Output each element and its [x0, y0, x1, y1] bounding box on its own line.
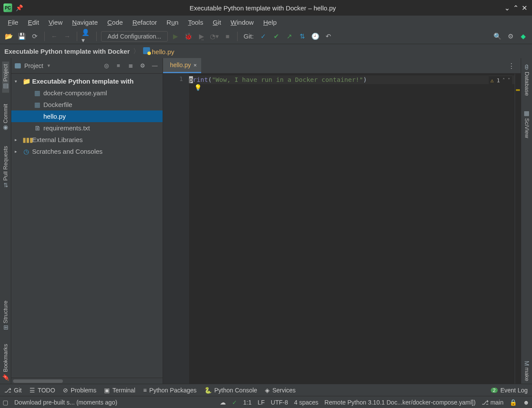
editor-v-scrollbar[interactable]	[515, 74, 521, 384]
status-lock-icon[interactable]: 🔒	[509, 399, 517, 406]
git-commit-icon[interactable]: ✔	[271, 31, 281, 42]
project-panel-title[interactable]: Project	[24, 62, 43, 69]
status-encoding[interactable]: UTF-8	[271, 399, 288, 406]
dock-bookmarks[interactable]: 🔖 Bookmarks	[2, 341, 9, 384]
prev-highlight-icon[interactable]: ˄	[503, 78, 505, 83]
menu-view[interactable]: View	[44, 17, 67, 28]
open-icon[interactable]: 📂	[3, 31, 14, 42]
collapse-all-icon[interactable]: ≣	[126, 62, 135, 69]
dock-pull-requests[interactable]: ⇄ Pull Requests	[2, 143, 9, 190]
tree-file-selected[interactable]: hello.py	[11, 110, 163, 122]
bottom-problems[interactable]: ⊘Problems	[63, 387, 96, 394]
code-editor[interactable]: 1 print("Wow, I have run in a Docker con…	[163, 74, 521, 384]
tree-file[interactable]: ▦ docker-compose.yaml	[11, 87, 163, 99]
stop-icon[interactable]: ■	[222, 31, 233, 42]
tree-root[interactable]: ▾ 📁 Executable Python template with	[11, 75, 163, 87]
error-stripe-mark[interactable]	[516, 89, 520, 91]
status-line-sep[interactable]: LF	[258, 399, 264, 406]
expand-arrow-icon[interactable]: ▸	[15, 149, 20, 154]
settings-icon[interactable]: ⚙	[505, 31, 516, 42]
expand-all-icon[interactable]: ≡	[114, 62, 123, 69]
project-tree[interactable]: ▾ 📁 Executable Python template with ▦ do…	[11, 74, 163, 378]
menu-tools[interactable]: Tools	[184, 17, 208, 28]
tree-external-libs[interactable]: ▸ ▮▮▮ External Libraries	[11, 134, 163, 146]
sync-icon[interactable]: ⟳	[29, 31, 40, 42]
code-line[interactable]: print("Wow, I have run in a Docker conta…	[189, 75, 515, 84]
menu-git[interactable]: Git	[209, 17, 225, 28]
status-tool-windows-icon[interactable]: ▢	[3, 399, 8, 406]
bottom-todo[interactable]: ☰TODO	[29, 387, 55, 394]
git-pull-icon[interactable]: ⇅	[297, 31, 307, 42]
tree-file[interactable]: ▦ Dockerfile	[11, 99, 163, 110]
project-view-dropdown[interactable]: ▼	[47, 63, 51, 68]
status-bg-tasks-icon[interactable]: ☁	[220, 399, 226, 406]
save-icon[interactable]: 💾	[16, 31, 27, 42]
menu-file[interactable]: File	[3, 17, 23, 28]
next-highlight-icon[interactable]: ˅	[508, 78, 510, 83]
menu-help[interactable]: Help	[259, 17, 281, 28]
back-icon[interactable]: ←	[49, 31, 59, 42]
minimize-button[interactable]: ⌄	[503, 4, 511, 12]
history-icon[interactable]: 🕘	[310, 31, 320, 42]
editor-inspection-widget[interactable]: ⚠ 1 ˄ ˅	[489, 76, 512, 84]
expand-arrow-icon[interactable]: ▸	[15, 137, 20, 142]
panel-settings-icon[interactable]: ⚙	[138, 62, 147, 69]
git-label: Git:	[244, 32, 254, 40]
status-interpreter[interactable]: Remote Python 3.10.1 Doc...ker/docker-co…	[324, 399, 476, 406]
close-tab-icon[interactable]: ×	[193, 62, 197, 68]
dock-make[interactable]: M make	[523, 358, 530, 384]
breadcrumb-root[interactable]: Executable Python template with Docker	[4, 48, 130, 55]
hide-panel-icon[interactable]: —	[150, 62, 159, 69]
profile-icon[interactable]: ◔▾	[209, 31, 220, 42]
bottom-event-log[interactable]: 2 Event Log	[491, 387, 528, 394]
breadcrumb-file[interactable]: hello.py	[143, 47, 174, 55]
status-ide-icon[interactable]: ☻	[523, 399, 529, 406]
scrollbar-thumb[interactable]	[13, 379, 63, 383]
ide-services-icon[interactable]: ◆	[518, 31, 529, 42]
tree-file[interactable]: 🗎 requirements.txt	[11, 122, 163, 134]
menu-edit[interactable]: Edit	[23, 17, 43, 28]
tree-h-scrollbar[interactable]	[11, 378, 163, 384]
menu-window[interactable]: Window	[226, 17, 258, 28]
maximize-button[interactable]: ⌃	[511, 4, 520, 12]
bottom-terminal[interactable]: ▣Terminal	[104, 387, 135, 394]
status-power-save-icon[interactable]: ✓	[232, 399, 237, 406]
expand-arrow-icon[interactable]: ▾	[15, 79, 20, 84]
dock-commit[interactable]: ◉ Commit	[2, 101, 9, 134]
status-git-branch[interactable]: ⎇main	[482, 399, 503, 406]
status-indent[interactable]: 4 spaces	[294, 399, 318, 406]
select-opened-file-icon[interactable]: ◎	[102, 62, 111, 69]
run-icon[interactable]: ▶	[170, 31, 181, 42]
gutter[interactable]: 1	[163, 74, 189, 384]
tree-scratches[interactable]: ▸ ◷ Scratches and Consoles	[11, 146, 163, 157]
tab-actions-icon[interactable]: ⋮	[506, 61, 516, 71]
bottom-python-packages[interactable]: ≡Python Packages	[143, 387, 196, 394]
menu-refactor[interactable]: Refactor	[128, 17, 161, 28]
dock-project[interactable]: ▤ Project	[2, 62, 9, 93]
user-dropdown-icon[interactable]: 👤▾	[82, 31, 92, 42]
status-cursor-pos[interactable]: 1:1	[243, 399, 251, 406]
intention-bulb-icon[interactable]: 💡	[194, 84, 202, 91]
bottom-python-console[interactable]: 🐍Python Console	[204, 387, 257, 394]
status-message[interactable]: Download pre-built s... (moments ago)	[14, 399, 117, 406]
debug-icon[interactable]: 🐞	[183, 31, 194, 42]
bottom-services[interactable]: ◈Services	[265, 387, 296, 394]
forward-icon[interactable]: →	[62, 31, 72, 42]
search-icon[interactable]: 🔍	[492, 31, 503, 42]
pin-icon[interactable]: 📌	[16, 4, 23, 11]
code-content[interactable]: print("Wow, I have run in a Docker conta…	[189, 74, 515, 384]
menu-navigate[interactable]: Navigate	[68, 17, 102, 28]
dock-database[interactable]: 🛢 Database	[523, 62, 530, 98]
menu-run[interactable]: Run	[162, 17, 183, 28]
editor-tab[interactable]: hello.py ×	[163, 58, 201, 73]
menu-code[interactable]: Code	[103, 17, 127, 28]
dock-structure[interactable]: ⊞ Structure	[2, 298, 9, 333]
close-button[interactable]: ✕	[520, 4, 529, 12]
dock-sciview[interactable]: ▦ SciView	[523, 107, 530, 141]
git-update-icon[interactable]: ✓	[258, 31, 268, 42]
bottom-git[interactable]: ⎇Git	[4, 387, 22, 394]
git-push-icon[interactable]: ↗	[284, 31, 294, 42]
coverage-icon[interactable]: ▶̤	[196, 31, 207, 42]
add-configuration-button[interactable]: Add Configuration...	[101, 31, 168, 42]
rollback-icon[interactable]: ↶	[323, 31, 333, 42]
